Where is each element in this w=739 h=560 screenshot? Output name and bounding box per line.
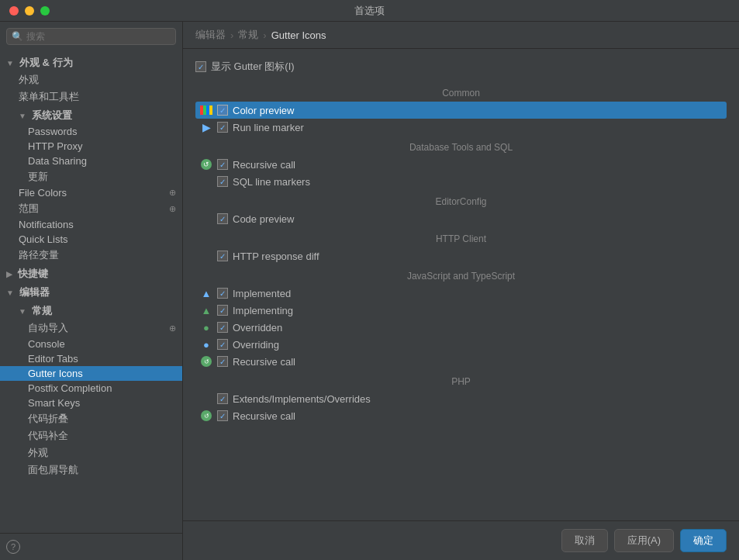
- code-preview-label: Code preview: [233, 213, 295, 225]
- sql-line-icon: [200, 175, 212, 188]
- recursive-db-label: Recursive call: [233, 159, 295, 171]
- code-preview-icon: [200, 213, 212, 225]
- sidebar-bottom: ?: [0, 533, 182, 560]
- show-gutter-checkbox[interactable]: [195, 61, 206, 72]
- ok-button[interactable]: 确定: [680, 529, 727, 552]
- recursive-php-circle: ↺: [201, 410, 212, 421]
- recursive-php-label: Recursive call: [233, 410, 295, 422]
- breadcrumb: 编辑器 › 常规 › Gutter Icons: [183, 22, 739, 49]
- sidebar-item-editor-tabs[interactable]: Editor Tabs: [0, 351, 182, 366]
- sidebar-tree: 外观 & 行为 外观 菜单和工具栏 系统设置 Passwords HTTP Pr…: [0, 51, 182, 533]
- show-gutter-checkbox-row[interactable]: 显示 Gutter 图标(I): [195, 57, 727, 81]
- extends-checkbox[interactable]: [217, 393, 228, 404]
- sidebar-item-update[interactable]: 更新: [0, 168, 182, 185]
- cancel-button[interactable]: 取消: [561, 529, 608, 552]
- item-code-preview[interactable]: Code preview: [195, 210, 727, 227]
- bottom-bar: 取消 应用(A) 确定: [183, 520, 739, 560]
- group-general[interactable]: 常规: [0, 301, 182, 320]
- sidebar-item-passwords[interactable]: Passwords: [0, 124, 182, 139]
- sql-line-label: SQL line markers: [233, 176, 310, 188]
- group-system-settings[interactable]: 系统设置: [0, 105, 182, 124]
- maximize-button[interactable]: [40, 6, 50, 16]
- implemented-icon: ▲: [200, 287, 212, 299]
- titlebar: 首选项: [0, 0, 739, 22]
- apply-button[interactable]: 应用(A): [614, 529, 674, 552]
- sidebar-item-data-sharing[interactable]: Data Sharing: [0, 154, 182, 168]
- sep1: ›: [230, 29, 233, 41]
- close-button[interactable]: [9, 6, 19, 16]
- breadcrumb-general: 常规: [238, 28, 258, 42]
- group-shortcuts[interactable]: 快捷键: [0, 264, 182, 282]
- show-gutter-label: 显示 Gutter 图标(I): [211, 60, 295, 74]
- implemented-label: Implemented: [233, 288, 291, 299]
- svg-rect-2: [206, 105, 209, 115]
- code-preview-checkbox[interactable]: [217, 213, 228, 224]
- item-overridden[interactable]: ● Overridden: [195, 319, 727, 336]
- http-diff-checkbox[interactable]: [217, 251, 228, 261]
- sidebar-item-code-completion[interactable]: 代码补全: [0, 427, 182, 444]
- item-sql-line-markers[interactable]: SQL line markers: [195, 173, 727, 190]
- item-implemented[interactable]: ▲ Implemented: [195, 285, 727, 302]
- sidebar-item-auto-import[interactable]: 自动导入 ⊕: [0, 320, 182, 337]
- overridden-icon: ●: [200, 321, 212, 334]
- section-db-tools: Database Tools and SQL: [195, 136, 727, 156]
- overridden-checkbox[interactable]: [217, 322, 228, 333]
- implemented-checkbox[interactable]: [217, 288, 228, 299]
- item-extends-implements[interactable]: Extends/Implements/Overrides: [195, 390, 727, 407]
- item-http-response-diff[interactable]: HTTP response diff: [195, 247, 727, 264]
- sidebar-item-http-proxy[interactable]: HTTP Proxy: [0, 139, 182, 154]
- recursive-php-icon: ↺: [200, 410, 212, 422]
- section-common: Common: [195, 81, 727, 102]
- run-line-icon: ▶: [200, 121, 212, 133]
- sidebar-item-code-folding[interactable]: 代码折叠: [0, 410, 182, 427]
- sidebar-item-menutoolbar[interactable]: 菜单和工具栏: [0, 88, 182, 105]
- color-preview-label: Color preview: [233, 105, 294, 116]
- sql-line-checkbox[interactable]: [217, 176, 228, 187]
- search-box[interactable]: 🔍: [6, 28, 176, 45]
- overriding-checkbox[interactable]: [217, 339, 228, 350]
- section-editorconfig: EditorConfig: [195, 190, 727, 210]
- sidebar-item-console[interactable]: Console: [0, 337, 182, 351]
- run-line-checkbox[interactable]: [217, 122, 228, 133]
- file-colors-icon: ⊕: [169, 188, 176, 198]
- sidebar-item-file-colors[interactable]: File Colors ⊕: [0, 185, 182, 200]
- item-color-preview[interactable]: Color preview: [195, 102, 727, 119]
- item-recursive-php[interactable]: ↺ Recursive call: [195, 407, 727, 424]
- item-recursive-call-db[interactable]: ↺ Recursive call: [195, 156, 727, 173]
- sidebar-item-quick-lists[interactable]: Quick Lists: [0, 232, 182, 247]
- overridden-label: Overridden: [233, 322, 282, 334]
- sidebar-item-appearance[interactable]: 外观: [0, 71, 182, 88]
- help-button[interactable]: ?: [6, 540, 20, 554]
- sidebar-item-postfix[interactable]: Postfix Completion: [0, 381, 182, 396]
- recursive-js-circle: ↺: [201, 356, 212, 367]
- sidebar-item-path-vars[interactable]: 路径变量: [0, 247, 182, 264]
- group-editor[interactable]: 编辑器: [0, 282, 182, 301]
- sep2: ›: [263, 29, 266, 41]
- sidebar-item-smart-keys[interactable]: Smart Keys: [0, 396, 182, 410]
- group-label: 外观 & 行为: [19, 56, 73, 70]
- recursive-js-checkbox[interactable]: [217, 356, 228, 367]
- color-preview-checkbox[interactable]: [217, 105, 228, 116]
- sidebar-item-appearance2[interactable]: 外观: [0, 444, 182, 461]
- arrow-icon: [6, 270, 12, 278]
- panel-content: 显示 Gutter 图标(I) Common Color preview: [183, 49, 739, 520]
- sidebar-item-notifications[interactable]: Notifications: [0, 217, 182, 232]
- recursive-db-checkbox[interactable]: [217, 159, 228, 170]
- http-diff-icon: [200, 250, 212, 262]
- section-php: PHP: [195, 370, 727, 390]
- overriding-icon: ●: [200, 338, 212, 351]
- sidebar-item-gutter-icons[interactable]: Gutter Icons: [0, 366, 182, 381]
- item-overriding[interactable]: ● Overriding: [195, 336, 727, 353]
- recursive-php-checkbox[interactable]: [217, 410, 228, 421]
- item-recursive-js[interactable]: ↺ Recursive call: [195, 353, 727, 370]
- svg-rect-1: [203, 105, 206, 115]
- item-run-line-marker[interactable]: ▶ Run line marker: [195, 119, 727, 136]
- window-controls[interactable]: [9, 6, 50, 16]
- group-appearance-behavior[interactable]: 外观 & 行为: [0, 53, 182, 71]
- search-input[interactable]: [26, 31, 171, 42]
- sidebar-item-scope[interactable]: 范围 ⊕: [0, 200, 182, 217]
- implementing-checkbox[interactable]: [217, 305, 228, 316]
- sidebar-item-breadcrumb[interactable]: 面包屑导航: [0, 461, 182, 479]
- minimize-button[interactable]: [25, 6, 34, 16]
- item-implementing[interactable]: ▲ Implementing: [195, 302, 727, 319]
